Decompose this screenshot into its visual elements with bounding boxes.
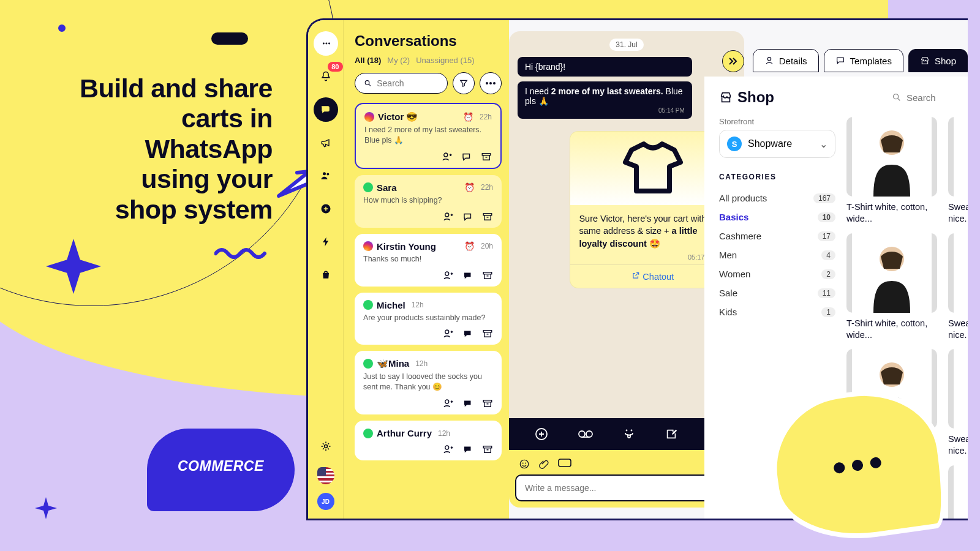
rail-user-avatar[interactable]: JD (317, 493, 334, 510)
more-button[interactable] (480, 72, 502, 94)
rail-settings[interactable] (314, 434, 338, 459)
conversation-item[interactable]: Victor 😎 ⏰ 22h I need 2 more of my last … (355, 103, 502, 169)
tab-details[interactable]: Details (753, 49, 819, 72)
rail-automation[interactable] (314, 230, 338, 254)
filter-button[interactable] (453, 72, 475, 94)
toolbar-emoji[interactable] (622, 427, 636, 441)
rail-contacts[interactable] (314, 163, 338, 188)
category-label: Sale (719, 288, 737, 298)
product-image (846, 117, 937, 197)
svg-rect-34 (559, 459, 571, 467)
svg-point-8 (486, 82, 488, 84)
storefront-icon (719, 91, 733, 104)
svg-point-24 (579, 431, 585, 437)
tab-my[interactable]: My (2) (387, 56, 410, 65)
storefront-value: Shopware (748, 138, 792, 149)
conversation-item[interactable]: Kirstin Young ⏰ 20h Thanks so much! (355, 234, 502, 287)
chat-date-divider: 31. Jul (609, 39, 643, 51)
storefront-picker[interactable]: S Shopware ⌄ (719, 130, 835, 158)
conversation-item[interactable]: Michel 12h Are your products sustainbly … (355, 293, 502, 345)
tab-templates[interactable]: Templates (824, 49, 903, 72)
rail-broadcast[interactable] (314, 130, 338, 155)
composer-emoji[interactable] (519, 459, 530, 470)
product-card[interactable]: T-Shirt white, cotton, wide... (846, 233, 937, 341)
archive-icon[interactable] (482, 399, 493, 408)
tab-all[interactable]: All (18) (355, 56, 381, 65)
category-label: Women (719, 269, 750, 279)
archive-icon[interactable] (482, 271, 493, 280)
composer-attach[interactable] (538, 459, 549, 470)
chevron-down-icon: ⌄ (820, 138, 827, 150)
product-card[interactable]: Sweater blue, cotton, nice... (948, 117, 968, 225)
shop-search[interactable] (892, 92, 968, 103)
collapse-right-panel[interactable] (722, 50, 744, 72)
hero-headline: Build and share carts in WhatsApp using … (77, 73, 273, 225)
assign-icon[interactable] (443, 399, 454, 408)
toolbar-note[interactable] (665, 427, 678, 441)
composer-input[interactable] (515, 474, 720, 501)
product-card[interactable]: Sweater blue, cotton, nice... (948, 233, 968, 341)
reply-icon[interactable] (462, 399, 473, 408)
svg-rect-47 (954, 349, 968, 429)
tab-unassigned[interactable]: Unassigned (15) (416, 56, 474, 65)
rail-language-flag[interactable] (317, 467, 334, 484)
composer-template[interactable] (558, 459, 571, 470)
reply-icon[interactable] (461, 152, 472, 162)
assign-icon[interactable] (443, 444, 454, 454)
reply-icon[interactable] (462, 329, 473, 339)
svg-point-13 (445, 213, 449, 217)
bag-icon (320, 269, 332, 281)
rail-notifications[interactable]: 80 (314, 64, 338, 89)
category-item[interactable]: Kids1 (719, 302, 835, 321)
assign-icon[interactable] (443, 271, 454, 280)
brand-logo[interactable] (314, 31, 338, 56)
reply-icon[interactable] (462, 271, 473, 280)
product-card[interactable]: Sweater blue, cotton, nice... (948, 349, 968, 457)
product-card[interactable]: ter blue (948, 465, 968, 519)
conversation-name: Sara (377, 182, 397, 193)
category-item[interactable]: Men4 (719, 246, 835, 264)
archive-icon[interactable] (482, 212, 493, 222)
assign-icon[interactable] (442, 152, 453, 162)
svg-point-2 (328, 43, 330, 45)
assign-icon[interactable] (443, 329, 454, 339)
conversation-name: Kirstin Young (377, 241, 436, 252)
svg-point-19 (445, 400, 449, 403)
toolbar-voice[interactable] (578, 427, 594, 441)
svg-point-27 (631, 430, 633, 432)
conversation-item[interactable]: Arthur Curry 12h (355, 421, 502, 460)
whatsapp-channel-icon (363, 182, 373, 192)
category-label: Cashmere (719, 231, 761, 241)
product-card[interactable]: T-Shirt white, cotton, wide... (846, 117, 937, 225)
rail-shop[interactable] (314, 263, 338, 287)
reply-icon[interactable] (462, 444, 473, 454)
category-count: 10 (818, 212, 835, 222)
archive-icon[interactable] (482, 329, 493, 339)
tab-shop[interactable]: Shop (908, 49, 968, 72)
category-item[interactable]: All products167 (719, 189, 835, 208)
category-label: All products (719, 193, 767, 203)
conversations-search[interactable] (355, 73, 448, 94)
conversation-item[interactable]: Sara ⏰ 22h How much is shipping? (355, 175, 502, 228)
shop-search-input[interactable] (907, 92, 956, 103)
rail-conversations[interactable] (314, 97, 338, 122)
rail-add[interactable] (314, 197, 338, 221)
archive-icon[interactable] (482, 444, 493, 454)
category-item[interactable]: Cashmere17 (719, 227, 835, 246)
product-title: Sweater blue, cotton, nice... (948, 318, 968, 341)
conversation-name: Michel (377, 300, 405, 310)
category-item[interactable]: Sale11 (719, 283, 835, 302)
assign-icon[interactable] (443, 212, 454, 222)
svg-point-31 (520, 460, 529, 468)
conversation-item[interactable]: 🦋Mina 12h Just to say I loooved the sock… (355, 351, 502, 414)
category-item[interactable]: Women2 (719, 264, 835, 283)
conversations-search-input[interactable] (377, 78, 439, 88)
reply-icon[interactable] (462, 212, 473, 222)
category-item[interactable]: Basics10 (719, 208, 835, 227)
toolbar-add[interactable] (534, 427, 549, 441)
svg-point-0 (322, 43, 324, 45)
whatsapp-channel-icon (363, 359, 373, 369)
plus-bubble-icon (534, 427, 549, 441)
conversation-preview: I need 2 more of my last sweaters. Blue … (364, 125, 492, 146)
archive-icon[interactable] (481, 152, 492, 162)
